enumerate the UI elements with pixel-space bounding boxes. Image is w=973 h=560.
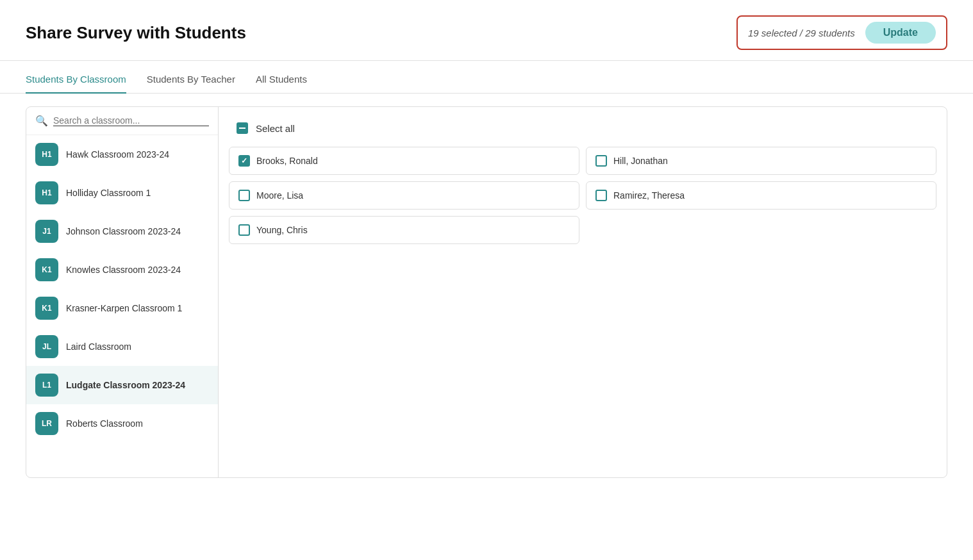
student-checkbox-ramirez[interactable]: [595, 190, 607, 201]
classroom-item-knowles[interactable]: K1 Knowles Classroom 2023-24: [26, 251, 218, 289]
classroom-name-holliday: Holliday Classroom 1: [66, 187, 151, 199]
classroom-badge-laird: JL: [35, 335, 58, 358]
students-grid: Brooks, Ronald Hill, Jonathan Moore, Lis…: [229, 147, 936, 244]
search-icon: 🔍: [35, 115, 48, 127]
classroom-item-roberts[interactable]: LR Roberts Classroom: [26, 404, 218, 443]
student-checkbox-brooks[interactable]: [238, 155, 250, 167]
classroom-badge-knowles: K1: [35, 258, 58, 281]
selected-count: 19 selected / 29 students: [748, 28, 855, 38]
classroom-item-johnson[interactable]: J1 Johnson Classroom 2023-24: [26, 212, 218, 251]
page-title: Share Survey with Students: [26, 23, 246, 43]
student-name-ramirez: Ramirez, Theresa: [613, 190, 685, 201]
page-header: Share Survey with Students 19 selected /…: [0, 0, 973, 61]
classroom-name-ludgate: Ludgate Classroom 2023-24: [66, 379, 185, 391]
classroom-item-laird[interactable]: JL Laird Classroom: [26, 327, 218, 366]
main-content: 🔍 H1 Hawk Classroom 2023-24 H1 Holliday …: [0, 94, 973, 491]
tab-by-classroom[interactable]: Students By Classroom: [26, 66, 126, 94]
student-name-young: Young, Chris: [256, 225, 308, 235]
search-box: 🔍: [26, 107, 218, 135]
student-item-ramirez[interactable]: Ramirez, Theresa: [586, 181, 936, 210]
student-item-brooks[interactable]: Brooks, Ronald: [229, 147, 579, 175]
student-item-young[interactable]: Young, Chris: [229, 216, 579, 244]
classroom-badge-roberts: LR: [35, 412, 58, 435]
select-all-row: Select all: [229, 117, 936, 139]
classroom-item-krasner[interactable]: K1 Krasner-Karpen Classroom 1: [26, 289, 218, 327]
student-name-moore: Moore, Lisa: [256, 190, 303, 201]
classroom-badge-ludgate: L1: [35, 374, 58, 397]
classroom-badge-johnson: J1: [35, 220, 58, 243]
select-all-label: Select all: [256, 123, 295, 134]
select-all-checkbox[interactable]: [237, 122, 248, 134]
classroom-name-laird: Laird Classroom: [66, 341, 131, 352]
classroom-list: 🔍 H1 Hawk Classroom 2023-24 H1 Holliday …: [26, 107, 219, 477]
panel: 🔍 H1 Hawk Classroom 2023-24 H1 Holliday …: [26, 106, 947, 478]
classroom-name-hawk: Hawk Classroom 2023-24: [66, 149, 169, 160]
classroom-item-ludgate[interactable]: L1 Ludgate Classroom 2023-24: [26, 366, 218, 404]
student-item-moore[interactable]: Moore, Lisa: [229, 181, 579, 210]
students-panel: Select all Brooks, Ronald Hill, Jonathan…: [219, 107, 947, 477]
search-input[interactable]: [53, 115, 209, 126]
classroom-name-krasner: Krasner-Karpen Classroom 1: [66, 302, 182, 314]
classroom-name-knowles: Knowles Classroom 2023-24: [66, 264, 181, 276]
tab-by-teacher[interactable]: Students By Teacher: [147, 66, 235, 94]
student-name-brooks: Brooks, Ronald: [256, 156, 318, 166]
student-item-hill[interactable]: Hill, Jonathan: [586, 147, 936, 175]
classroom-item-hawk[interactable]: H1 Hawk Classroom 2023-24: [26, 135, 218, 174]
tab-bar: Students By Classroom Students By Teache…: [0, 66, 973, 94]
update-button[interactable]: Update: [865, 22, 936, 44]
student-checkbox-young[interactable]: [238, 224, 250, 236]
classroom-badge-holliday: H1: [35, 181, 58, 204]
classroom-badge-hawk: H1: [35, 143, 58, 166]
header-action-area: 19 selected / 29 students Update: [736, 15, 947, 50]
student-checkbox-moore[interactable]: [238, 190, 250, 201]
classroom-name-roberts: Roberts Classroom: [66, 418, 143, 429]
tab-all-students[interactable]: All Students: [256, 66, 307, 94]
classroom-name-johnson: Johnson Classroom 2023-24: [66, 226, 181, 237]
student-checkbox-hill[interactable]: [595, 155, 607, 167]
classroom-item-holliday[interactable]: H1 Holliday Classroom 1: [26, 174, 218, 212]
student-name-hill: Hill, Jonathan: [613, 156, 668, 166]
classroom-badge-krasner: K1: [35, 297, 58, 320]
